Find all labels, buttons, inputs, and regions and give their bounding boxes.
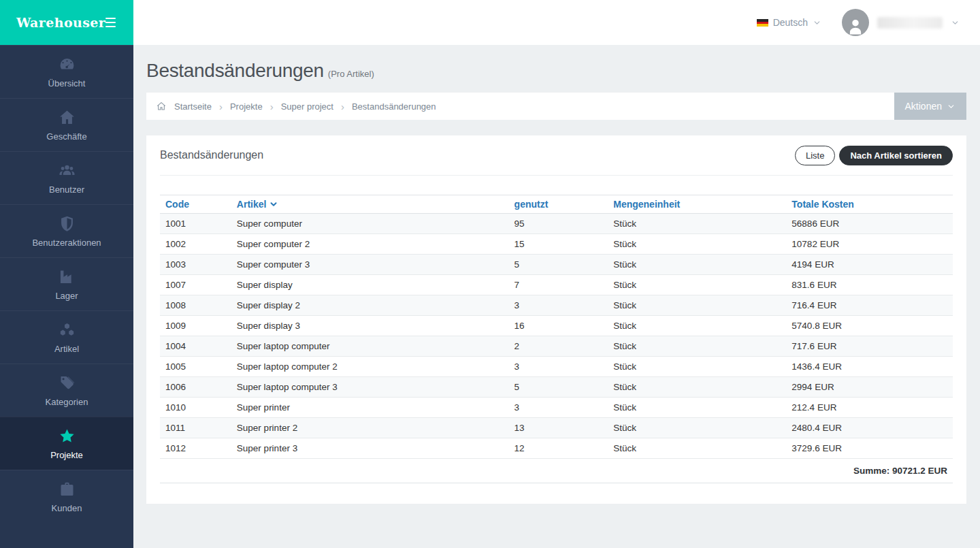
table-cell: Stück <box>608 418 786 438</box>
sidebar-item-benutzer[interactable]: Benutzer <box>0 151 133 204</box>
table-cell: 4194 EUR <box>786 255 953 275</box>
table-row: 1004Super laptop computer2Stück717.6 EUR <box>160 336 953 357</box>
sidebar-item-projekte[interactable]: Projekte <box>0 417 133 470</box>
table-cell: 10782 EUR <box>786 234 953 255</box>
page-title: Bestandsänderungen <box>146 60 324 81</box>
column-header-artikel[interactable]: Artikel <box>231 195 509 214</box>
page-subtitle: (Pro Artikel) <box>328 69 374 79</box>
table-cell: 1005 <box>160 357 231 377</box>
table-row: 1005Super laptop computer 23Stück1436.4 … <box>160 357 953 377</box>
table-row: 1008Super display 23Stück716.4 EUR <box>160 295 953 316</box>
table-cell: 1003 <box>160 255 231 275</box>
sidebar-item-benutzeraktionen[interactable]: Benutzeraktionen <box>0 204 133 257</box>
account-menu[interactable] <box>842 9 960 36</box>
briefcase-icon <box>58 480 76 498</box>
breadcrumb-item-projekte[interactable]: Projekte <box>230 101 263 112</box>
breadcrumb-item-startseite[interactable]: Startseite <box>174 101 212 112</box>
table-cell: 1006 <box>160 377 231 398</box>
table-row: 1010Super printer3Stück212.4 EUR <box>160 398 953 418</box>
table-cell: 15 <box>509 234 608 255</box>
table-cell: 1001 <box>160 214 231 234</box>
sidebar-item-label: Artikel <box>54 344 79 354</box>
liste-button[interactable]: Liste <box>795 146 835 165</box>
user-name-blurred <box>877 17 943 29</box>
person-icon <box>845 16 866 36</box>
table-cell: Stück <box>608 255 786 275</box>
table-cell: 56886 EUR <box>786 214 953 234</box>
panel-head: Bestandsänderungen Liste Nach Artikel so… <box>160 135 953 176</box>
table-row: 1003Super computer 35Stück4194 EUR <box>160 255 953 275</box>
hamburger-menu-icon[interactable] <box>105 15 116 30</box>
table-cell: Super printer 3 <box>231 438 509 459</box>
table-cell: 1436.4 EUR <box>786 357 953 377</box>
sidebar-item-geschaefte[interactable]: Geschäfte <box>0 98 133 151</box>
sidebar-item-uebersicht[interactable]: Übersicht <box>0 45 133 98</box>
home-outline-icon[interactable] <box>156 101 167 112</box>
column-header-totale-kosten[interactable]: Totale Kosten <box>786 195 953 214</box>
users-icon <box>58 161 76 180</box>
sidebar-item-kunden[interactable]: Kunden <box>0 470 133 523</box>
table-cell: 16 <box>509 316 608 336</box>
table-cell: 2994 EUR <box>786 377 953 398</box>
stock-changes-table: Code Artikel genutzt Mengeneinheit Total… <box>160 195 953 483</box>
table-row: 1002Super computer 215Stück10782 EUR <box>160 234 953 255</box>
sidebar-item-label: Kunden <box>52 503 82 513</box>
actions-button[interactable]: Aktionen <box>894 93 966 120</box>
gauge-icon <box>58 55 76 74</box>
table-cell: 2 <box>509 336 608 357</box>
sidebar-item-label: Projekte <box>50 450 83 460</box>
chevron-right-icon <box>270 101 274 112</box>
table-cell: 2480.4 EUR <box>786 418 953 438</box>
content: Bestandsänderungen(Pro Artikel) Startsei… <box>133 45 980 504</box>
table-row: 1009Super display 316Stück5740.8 EUR <box>160 316 953 336</box>
main-area: Deutsch Bestandsänderungen(Pro Artikel) … <box>133 0 980 548</box>
column-header-genutzt[interactable]: genutzt <box>509 195 608 214</box>
shield-icon <box>58 214 76 233</box>
table-cell: Stück <box>608 336 786 357</box>
table-summary-row: Summe: 90721.2 EUR <box>160 459 953 483</box>
language-label: Deutsch <box>773 17 808 28</box>
sort-by-article-button[interactable]: Nach Artikel sortieren <box>839 146 953 165</box>
home-icon <box>58 108 76 127</box>
breadcrumb: Startseite Projekte Super project Bestan… <box>146 101 436 112</box>
table-cell: Super display 3 <box>231 316 509 336</box>
table-row: 1001Super computer95Stück56886 EUR <box>160 214 953 234</box>
table-cell: 1011 <box>160 418 231 438</box>
table-cell: Super laptop computer <box>231 336 509 357</box>
table-cell: 3 <box>509 295 608 316</box>
column-header-mengeneinheit[interactable]: Mengeneinheit <box>608 195 786 214</box>
table-cell: 1012 <box>160 438 231 459</box>
table-cell: Super computer 2 <box>231 234 509 255</box>
table-cell: 5 <box>509 255 608 275</box>
sidebar-item-label: Kategorien <box>46 397 88 407</box>
table-cell: Stück <box>608 275 786 295</box>
table-row: 1012Super printer 312Stück3729.6 EUR <box>160 438 953 459</box>
column-header-code[interactable]: Code <box>160 195 231 214</box>
table-cell: 7 <box>509 275 608 295</box>
chevron-down-icon <box>951 18 960 27</box>
sidebar-item-label: Übersicht <box>48 78 86 88</box>
table-cell: 5 <box>509 377 608 398</box>
sidebar-item-lager[interactable]: Lager <box>0 257 133 310</box>
table-row: 1006Super laptop computer 35Stück2994 EU… <box>160 377 953 398</box>
table-cell: 1009 <box>160 316 231 336</box>
breadcrumb-item-super-project[interactable]: Super project <box>281 101 333 112</box>
chevron-right-icon <box>219 101 223 112</box>
sidebar-item-artikel[interactable]: Artikel <box>0 310 133 364</box>
sidebar-item-kategorien[interactable]: Kategorien <box>0 364 133 417</box>
language-selector[interactable]: Deutsch <box>757 17 821 28</box>
sidebar-item-label: Benutzer <box>49 184 84 195</box>
flag-de-icon <box>757 19 768 27</box>
app-window: Warehouser ÜbersichtGeschäfteBenutzerBen… <box>0 0 980 548</box>
topbar: Deutsch <box>133 0 980 45</box>
panel: Bestandsänderungen Liste Nach Artikel so… <box>146 135 966 504</box>
table-cell: Stück <box>608 398 786 418</box>
table-cell: Stück <box>608 357 786 377</box>
table-cell: Super computer <box>231 214 509 234</box>
table-cell: 831.6 EUR <box>786 275 953 295</box>
table-cell: 1007 <box>160 275 231 295</box>
table-cell: Super computer 3 <box>231 255 509 275</box>
table-cell: 3 <box>509 398 608 418</box>
chevron-down-icon <box>947 102 956 111</box>
table-cell: Stück <box>608 234 786 255</box>
